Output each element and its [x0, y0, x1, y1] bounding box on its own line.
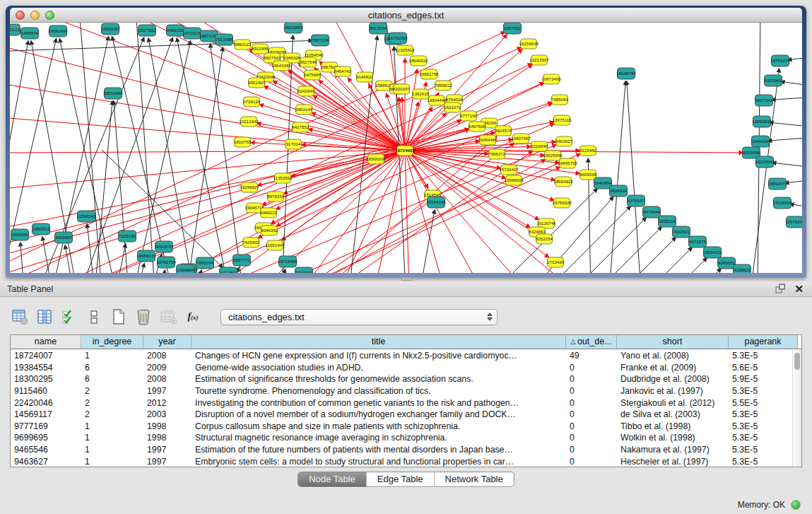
table-cell[interactable]: Investigating the contribution of common… [192, 398, 566, 408]
table-cell[interactable]: Genome-wide association studies in ADHD. [192, 363, 566, 373]
table-cell[interactable]: 9463627 [11, 457, 81, 467]
table-cell[interactable]: 5.3E-5 [729, 386, 792, 396]
close-panel-button[interactable]: ✕ [794, 284, 804, 294]
table-cell[interactable]: 9465546 [11, 445, 81, 455]
memory-status-indicator[interactable] [791, 500, 801, 510]
table-cell[interactable]: 1998 [143, 433, 192, 443]
table-cell[interactable]: Tibbo et al. (1998) [617, 421, 729, 431]
table-row[interactable]: 946554611997Estimation of the future num… [11, 444, 792, 456]
tab-edge-table[interactable]: Edge Table [366, 472, 434, 486]
table-cell[interactable]: 0 [566, 457, 617, 467]
column-header-name[interactable]: name [11, 335, 81, 349]
table-row[interactable]: 911546021997Tourette syndrome. Phenomeno… [11, 385, 792, 397]
table-cell[interactable]: 6 [81, 374, 143, 384]
table-cell[interactable]: 1 [81, 351, 143, 361]
table-cell[interactable]: 1 [81, 421, 143, 431]
table-cell[interactable]: Changes of HCN gene expression and I(f) … [192, 351, 566, 361]
table-cell[interactable]: Franke et al. (2009) [617, 363, 729, 373]
column-header-in_degree[interactable]: in_degree [81, 335, 143, 349]
table-cell[interactable]: Dudbridge et al. (2008) [617, 374, 729, 384]
table-cell[interactable]: 0 [566, 433, 617, 443]
table-cell[interactable]: 0 [566, 445, 617, 455]
function-builder-button[interactable]: f(x) [184, 308, 201, 325]
table-cell[interactable]: 2 [81, 398, 143, 408]
table-cell[interactable]: Tourette syndrome. Phenomenology and cla… [192, 386, 566, 396]
table-cell[interactable]: 18300295 [11, 374, 81, 384]
tab-network-table[interactable]: Network Table [434, 472, 514, 486]
table-cell[interactable]: 1 [81, 433, 143, 443]
table-cell[interactable]: Yano et al. (2008) [617, 351, 729, 361]
row-height-button[interactable] [86, 308, 102, 325]
table-row[interactable]: 1830029562008Estimation of significance … [11, 373, 792, 385]
table-row[interactable]: 946362711997Embryonic stem cells: a mode… [11, 455, 792, 467]
table-cell[interactable]: 2003 [143, 409, 192, 419]
column-header-short[interactable]: short [617, 335, 729, 349]
table-cell[interactable]: 2008 [143, 351, 192, 361]
table-cell[interactable]: 2009 [143, 363, 192, 373]
import-table-button[interactable] [160, 308, 177, 325]
table-row[interactable]: 969969511998Structural magnetic resonanc… [11, 432, 792, 444]
table-cell[interactable]: 0 [566, 421, 617, 431]
table-cell[interactable]: 5.3E-5 [729, 445, 792, 455]
table-cell[interactable]: 1997 [143, 386, 192, 396]
column-header-pagerank[interactable]: pagerank [729, 335, 798, 349]
table-row[interactable]: 2242004622012Investigating the contribut… [11, 397, 792, 409]
table-cell[interactable]: 5.3E-5 [729, 409, 792, 419]
table-cell[interactable]: 2012 [143, 398, 192, 408]
table-cell[interactable]: 14569117 [11, 409, 81, 419]
table-cell[interactable]: 9777169 [11, 421, 81, 431]
table-cell[interactable]: 2 [81, 409, 143, 419]
table-cell[interactable]: 5.5E-5 [729, 398, 792, 408]
table-row[interactable]: 1872400712008Changes of HCN gene express… [11, 350, 792, 362]
table-cell[interactable]: Disruption of a novel member of a sodium… [192, 409, 566, 419]
table-cell[interactable]: 0 [566, 409, 617, 419]
table-cell[interactable]: Nakamura et al. (1997) [617, 445, 729, 455]
table-cell[interactable]: Structural magnetic resonance image aver… [192, 433, 566, 443]
column-header-out_de[interactable]: △ out_de... [566, 335, 617, 349]
table-row[interactable]: 1456911722003Disruption of a novel membe… [11, 409, 792, 421]
table-cell[interactable]: 1997 [143, 457, 192, 467]
delete-table-button[interactable] [135, 308, 152, 325]
table-cell[interactable]: 0 [566, 374, 617, 384]
table-cell[interactable]: 5.3E-5 [729, 351, 792, 361]
zoom-button[interactable] [45, 11, 54, 20]
table-cell[interactable]: Corpus callosum shape and size in male p… [192, 421, 566, 431]
table-cell[interactable]: Estimation of significance thresholds fo… [192, 374, 566, 384]
select-columns-button[interactable] [61, 308, 78, 325]
column-header-title[interactable]: title [192, 335, 566, 349]
table-cell[interactable]: 5.6E-5 [729, 363, 792, 373]
table-cell[interactable]: 2008 [143, 374, 192, 384]
minimize-button[interactable] [30, 11, 40, 20]
table-cell[interactable]: Embryonic stem cells: a model to study s… [192, 457, 566, 467]
table-cell[interactable]: Jankovic et al. (1997) [617, 386, 729, 396]
table-cell[interactable]: 0 [566, 363, 617, 373]
table-cell[interactable]: 1 [81, 457, 143, 467]
table-cell[interactable]: 9699695 [11, 433, 81, 443]
table-cell[interactable]: Estimation of the future numbers of pati… [192, 445, 566, 455]
table-row[interactable]: 977716911998Corpus callosum shape and si… [11, 421, 792, 433]
network-window-titlebar[interactable]: citations_edges.txt [10, 8, 802, 23]
table-options-button[interactable] [11, 308, 28, 325]
tab-node-table[interactable]: Node Table [298, 472, 366, 486]
table-cell[interactable]: 1997 [143, 445, 192, 455]
table-cell[interactable]: 18724007 [11, 351, 81, 361]
table-cell[interactable]: Stergiakouli et al. (2012) [617, 398, 729, 408]
column-header-year[interactable]: year [143, 335, 192, 349]
close-button[interactable] [16, 11, 25, 20]
table-cell[interactable]: Hescheler et al. (1997) [617, 457, 729, 467]
table-cell[interactable]: 6 [81, 363, 143, 373]
table-cell[interactable]: Wolkin et al. (1998) [617, 433, 729, 443]
table-cell[interactable]: de Silva et al. (2003) [617, 409, 729, 419]
table-cell[interactable]: 1 [81, 445, 143, 455]
table-vertical-scrollbar[interactable] [792, 350, 801, 467]
table-cell[interactable]: 5.3E-5 [729, 421, 792, 431]
table-row[interactable]: 1938455462009Genome-wide association stu… [11, 362, 792, 374]
show-columns-button[interactable] [36, 308, 53, 325]
scrollbar-thumb[interactable] [794, 353, 800, 370]
table-cell[interactable]: 49 [566, 351, 617, 361]
panel-splitter-handle[interactable] [401, 277, 412, 281]
table-cell[interactable]: 0 [566, 386, 617, 396]
table-selector-dropdown[interactable]: citations_edges.txt [220, 309, 498, 325]
table-cell[interactable]: 5.3E-5 [729, 457, 792, 467]
table-cell[interactable]: 5.3E-5 [729, 433, 792, 443]
